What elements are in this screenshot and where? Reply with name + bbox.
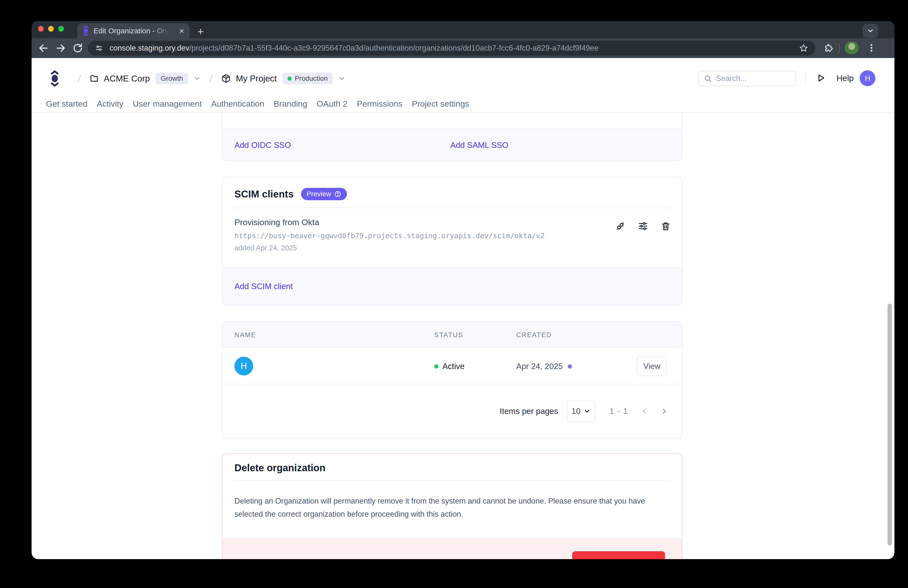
column-status: STATUS	[434, 331, 464, 339]
workspace-name[interactable]: ACME Corp	[104, 74, 150, 84]
created-date: Apr 24, 2025	[516, 362, 563, 371]
scim-client-url: https://busy-beaver-gqwvd0fb79.projects.…	[234, 232, 670, 240]
env-status-dot	[287, 77, 291, 81]
close-window-button[interactable]	[38, 26, 43, 32]
delete-card-body: Deleting an Organization will permanentl…	[222, 495, 664, 520]
project-env-label: Production	[295, 74, 328, 82]
page-scrollbar[interactable]	[887, 304, 892, 546]
items-per-page-label: Items per pages	[500, 407, 558, 416]
browser-tab[interactable]: Edit Organization - Ory Conso ×	[77, 23, 190, 38]
configure-sliders-icon[interactable]	[638, 221, 648, 231]
view-button[interactable]: View	[637, 356, 667, 376]
toolbar-divider	[839, 44, 840, 53]
nav-branding[interactable]: Branding	[274, 99, 307, 112]
tab-strip: Edit Organization - Ory Conso × +	[32, 21, 894, 38]
nav-oauth2[interactable]: OAuth 2	[317, 99, 348, 112]
scim-card-title: SCIM clients	[234, 188, 294, 200]
run-icon[interactable]	[815, 72, 827, 85]
console-nav: Get started Activity User management Aut…	[32, 99, 894, 113]
scim-client-name: Provisioning from Okta	[234, 217, 670, 227]
created-cell: Apr 24, 2025	[516, 362, 572, 371]
sso-card-body	[222, 113, 682, 129]
forward-button[interactable]	[55, 43, 66, 53]
status-dot	[434, 364, 438, 369]
nav-get-started[interactable]: Get started	[46, 99, 87, 112]
items-per-page-select[interactable]: 10	[567, 401, 595, 422]
tab-close-icon[interactable]: ×	[179, 27, 184, 35]
table-header: NAME STATUS CREATED	[222, 322, 682, 348]
content-column: Add OIDC SSO Add SAML SSO SCIM clients P…	[222, 113, 682, 559]
created-dot	[568, 364, 572, 369]
table-row: H Active Apr 24, 2025 View	[222, 348, 682, 384]
chevron-down-icon	[867, 27, 874, 35]
workspace-folder-icon	[90, 74, 99, 83]
delete-card-title: Delete organization	[234, 462, 325, 473]
ory-console-page: / ACME Corp Growth / My Project Producti…	[32, 58, 894, 559]
pagination-next-icon[interactable]	[660, 407, 668, 416]
nav-authentication[interactable]: Authentication	[211, 99, 264, 112]
project-chevron-icon[interactable]	[338, 75, 345, 82]
project-name[interactable]: My Project	[236, 74, 277, 84]
organization-table-card: NAME STATUS CREATED H Active Apr 24, 202…	[222, 321, 682, 439]
workspace-plan-badge: Growth	[156, 72, 188, 84]
search-input[interactable]	[716, 74, 785, 83]
profile-avatar[interactable]	[845, 41, 859, 55]
project-package-icon	[221, 74, 231, 84]
delete-organization-card: Delete organization Deleting an Organiza…	[222, 453, 682, 559]
delete-card-header: Delete organization	[222, 454, 682, 480]
tab-search-button[interactable]	[863, 24, 878, 38]
preview-badge: Preview	[301, 188, 347, 200]
nav-permissions[interactable]: Permissions	[357, 99, 402, 112]
workspace-chevron-icon[interactable]	[193, 75, 201, 82]
items-per-page-value: 10	[572, 407, 581, 416]
pagination-prev-icon[interactable]	[641, 407, 649, 416]
add-scim-client-link[interactable]: Add SCIM client	[234, 282, 293, 291]
pagination-range: 1 - 1	[609, 407, 628, 416]
help-link[interactable]: Help	[836, 73, 854, 83]
bookmark-star-icon[interactable]	[799, 43, 808, 53]
info-circle-icon[interactable]	[334, 190, 341, 198]
sso-card: Add OIDC SSO Add SAML SSO	[222, 113, 682, 161]
user-avatar[interactable]: H	[860, 70, 876, 86]
search-icon	[704, 74, 712, 83]
delete-divider	[234, 480, 670, 481]
url-path: /projects/d087b7a1-55f3-440c-a3c9-929564…	[189, 44, 598, 52]
delete-organization-button[interactable]: Delete organization	[572, 551, 665, 559]
browser-window: Edit Organization - Ory Conso × + consol…	[32, 21, 894, 559]
nav-user-management[interactable]: User management	[133, 99, 202, 112]
sso-card-footer: Add OIDC SSO Add SAML SSO	[222, 129, 682, 160]
url-text: console.staging.ory.dev/projects/d087b7a…	[109, 44, 598, 53]
breadcrumb-separator: /	[209, 73, 213, 84]
project-env-badge: Production	[283, 72, 333, 84]
reload-button[interactable]	[72, 43, 83, 53]
window-controls	[38, 26, 64, 32]
scim-client-actions	[615, 221, 671, 231]
extensions-icon[interactable]	[823, 43, 833, 53]
nav-activity[interactable]: Activity	[97, 99, 123, 112]
browser-toolbar: console.staging.ory.dev/projects/d087b7a…	[32, 38, 894, 58]
tab-title: Edit Organization - Ory Conso	[93, 27, 170, 35]
column-name: NAME	[234, 331, 256, 339]
delete-card-footer: This action cannot be undone. Delete org…	[222, 538, 682, 559]
new-tab-icon[interactable]: +	[197, 26, 204, 38]
add-oidc-sso-link[interactable]: Add OIDC SSO	[234, 140, 291, 150]
connection-plug-icon[interactable]	[615, 221, 625, 231]
chevron-down-icon	[584, 408, 591, 415]
minimize-window-button[interactable]	[48, 26, 54, 32]
delete-trash-icon[interactable]	[660, 221, 671, 231]
preview-badge-label: Preview	[306, 190, 331, 198]
console-header: / ACME Corp Growth / My Project Producti…	[32, 58, 894, 99]
browser-menu-icon[interactable]	[866, 42, 876, 53]
back-button[interactable]	[38, 43, 49, 53]
url-bar[interactable]: console.staging.ory.dev/projects/d087b7a…	[88, 41, 815, 56]
status-label: Active	[443, 362, 465, 371]
url-host: console.staging.ory.dev	[109, 44, 189, 52]
site-settings-icon[interactable]	[95, 44, 103, 52]
row-avatar: H	[234, 357, 253, 375]
nav-project-settings[interactable]: Project settings	[412, 99, 469, 112]
ory-logo	[50, 70, 60, 87]
add-saml-sso-link[interactable]: Add SAML SSO	[450, 140, 508, 150]
search-box[interactable]	[698, 71, 796, 86]
scim-client-row: Provisioning from Okta https://busy-beav…	[222, 208, 682, 267]
zoom-window-button[interactable]	[58, 26, 64, 32]
